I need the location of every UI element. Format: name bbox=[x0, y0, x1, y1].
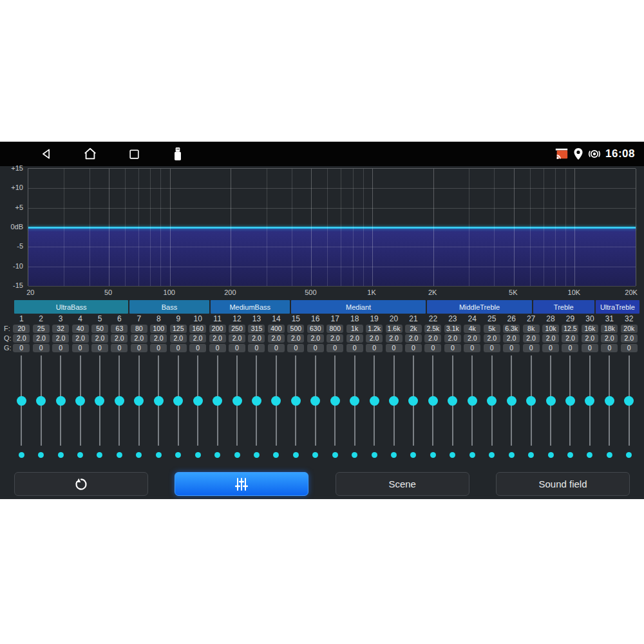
freq-value[interactable]: 20k bbox=[621, 325, 638, 333]
freq-value[interactable]: 2.5k bbox=[424, 325, 441, 333]
q-dot[interactable] bbox=[430, 452, 436, 458]
q-dot-slot-1[interactable] bbox=[12, 451, 31, 458]
freq-value[interactable]: 1.2k bbox=[366, 325, 383, 333]
q-value[interactable]: 2.0 bbox=[229, 334, 245, 343]
q-value[interactable]: 2.0 bbox=[91, 334, 108, 343]
q-value[interactable]: 2.0 bbox=[366, 334, 383, 343]
freq-value[interactable]: 18k bbox=[601, 325, 618, 333]
gain-value[interactable]: 0 bbox=[503, 344, 520, 352]
q-value[interactable]: 2.0 bbox=[484, 334, 500, 343]
gain-value[interactable]: 0 bbox=[33, 344, 50, 352]
gain-value[interactable]: 0 bbox=[366, 344, 383, 352]
gain-value[interactable]: 0 bbox=[229, 344, 245, 352]
slider-handle[interactable] bbox=[526, 396, 536, 406]
q-dot[interactable] bbox=[607, 452, 612, 458]
q-value[interactable]: 2.0 bbox=[209, 334, 226, 343]
q-value[interactable]: 2.0 bbox=[189, 334, 206, 343]
q-dot-slot-21[interactable] bbox=[404, 451, 423, 458]
q-dot-slot-31[interactable] bbox=[600, 451, 619, 458]
gain-value[interactable]: 0 bbox=[464, 344, 480, 352]
gain-slider-13[interactable] bbox=[247, 355, 266, 446]
home-button[interactable] bbox=[82, 146, 98, 162]
q-value[interactable]: 2.0 bbox=[503, 334, 520, 343]
gain-slider-1[interactable] bbox=[12, 355, 31, 446]
freq-value[interactable]: 1.6k bbox=[386, 325, 402, 333]
q-value[interactable]: 2.0 bbox=[248, 334, 265, 343]
gain-value[interactable]: 0 bbox=[562, 344, 578, 352]
q-dot-slot-12[interactable] bbox=[227, 451, 247, 458]
slider-handle[interactable] bbox=[507, 396, 516, 406]
q-dot-slot-18[interactable] bbox=[345, 451, 364, 458]
slider-handle[interactable] bbox=[448, 396, 457, 406]
q-dot[interactable] bbox=[332, 452, 338, 458]
slider-handle[interactable] bbox=[624, 396, 634, 406]
gain-value[interactable]: 0 bbox=[13, 344, 30, 352]
freq-value[interactable]: 400 bbox=[268, 325, 285, 333]
q-dot-slot-22[interactable] bbox=[423, 451, 442, 458]
q-dot[interactable] bbox=[19, 452, 24, 458]
freq-value[interactable]: 25 bbox=[33, 325, 50, 333]
q-dot-slot-3[interactable] bbox=[51, 451, 70, 458]
slider-handle[interactable] bbox=[605, 396, 614, 406]
freq-value[interactable]: 5k bbox=[484, 325, 500, 333]
gain-value[interactable]: 0 bbox=[523, 344, 540, 352]
slider-handle[interactable] bbox=[370, 396, 379, 406]
gain-slider-17[interactable] bbox=[325, 355, 345, 446]
q-dot[interactable] bbox=[372, 452, 377, 458]
gain-slider-21[interactable] bbox=[404, 355, 423, 446]
q-dot[interactable] bbox=[273, 452, 279, 458]
freq-value[interactable]: 250 bbox=[229, 325, 245, 333]
freq-value[interactable]: 3.1k bbox=[444, 325, 461, 333]
q-dot-slot-25[interactable] bbox=[482, 451, 502, 458]
freq-value[interactable]: 80 bbox=[131, 325, 147, 333]
gain-slider-29[interactable] bbox=[560, 355, 580, 446]
q-value[interactable]: 2.0 bbox=[601, 334, 618, 343]
q-dot-slot-30[interactable] bbox=[580, 451, 600, 458]
gain-value[interactable]: 0 bbox=[72, 344, 89, 352]
gain-slider-12[interactable] bbox=[227, 355, 247, 446]
band-tab-mediant[interactable]: Mediant bbox=[291, 300, 426, 314]
q-dot-slot-20[interactable] bbox=[384, 451, 403, 458]
gain-value[interactable]: 0 bbox=[307, 344, 324, 352]
q-dot-slot-4[interactable] bbox=[70, 451, 90, 458]
gain-value[interactable]: 0 bbox=[484, 344, 500, 352]
freq-value[interactable]: 630 bbox=[307, 325, 324, 333]
freq-value[interactable]: 800 bbox=[327, 325, 343, 333]
q-dot-slot-28[interactable] bbox=[541, 451, 560, 458]
q-dot[interactable] bbox=[156, 452, 162, 458]
q-value[interactable]: 2.0 bbox=[52, 334, 69, 343]
gain-slider-16[interactable] bbox=[306, 355, 325, 446]
q-dot[interactable] bbox=[38, 452, 44, 458]
q-dot[interactable] bbox=[58, 452, 64, 458]
slider-handle[interactable] bbox=[17, 396, 26, 406]
gain-slider-15[interactable] bbox=[286, 355, 305, 446]
q-dot-slot-17[interactable] bbox=[325, 451, 345, 458]
band-tab-ultratreble[interactable]: UltraTreble bbox=[596, 300, 639, 314]
gain-slider-30[interactable] bbox=[580, 355, 600, 446]
gain-value[interactable]: 0 bbox=[582, 344, 598, 352]
gain-slider-4[interactable] bbox=[70, 355, 90, 446]
q-dot-slot-5[interactable] bbox=[90, 451, 109, 458]
q-dot-slot-8[interactable] bbox=[149, 451, 168, 458]
q-dot-slot-26[interactable] bbox=[502, 451, 521, 458]
q-value[interactable]: 2.0 bbox=[307, 334, 324, 343]
q-value[interactable]: 2.0 bbox=[562, 334, 578, 343]
q-value[interactable]: 2.0 bbox=[542, 334, 559, 343]
gain-value[interactable]: 0 bbox=[601, 344, 618, 352]
gain-value[interactable]: 0 bbox=[91, 344, 108, 352]
gain-value[interactable]: 0 bbox=[111, 344, 128, 352]
gain-slider-10[interactable] bbox=[188, 355, 207, 446]
gain-slider-28[interactable] bbox=[541, 355, 560, 446]
q-dot[interactable] bbox=[77, 452, 83, 458]
freq-value[interactable]: 6.3k bbox=[503, 325, 520, 333]
q-dot[interactable] bbox=[567, 452, 573, 458]
q-dot-slot-27[interactable] bbox=[521, 451, 540, 458]
band-tab-treble[interactable]: Treble bbox=[533, 300, 594, 314]
slider-handle[interactable] bbox=[232, 396, 242, 406]
q-dot-slot-19[interactable] bbox=[365, 451, 384, 458]
q-dot[interactable] bbox=[352, 452, 357, 458]
slider-handle[interactable] bbox=[36, 396, 46, 406]
gain-value[interactable]: 0 bbox=[170, 344, 187, 352]
q-dot[interactable] bbox=[195, 452, 201, 458]
slider-handle[interactable] bbox=[350, 396, 359, 406]
